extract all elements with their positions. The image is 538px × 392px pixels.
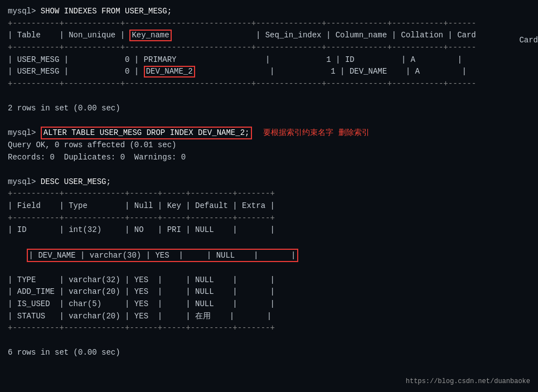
rows-set-1: 2 rows in set (0.00 sec) [8,103,530,115]
url-watermark: https://blog.csdn.net/duanbaoke [406,378,530,385]
desc-row-type: | TYPE | varchar(32) | YES | | NULL | | [8,274,530,287]
data-row-2: | USER_MESG | 0 | DEV_NAME_2 | 1 | DEV_N… [8,66,530,78]
blank-3 [8,164,530,176]
header-row: | Table | Non_unique | Key_name | Seq_in… [8,30,530,42]
card-label: Card [519,36,538,45]
sep-1: +----------+------------+---------------… [8,18,530,30]
annotation-text: 要根据索引约束名字 删除索引 [263,127,369,139]
records-line: Records: 0 Duplicates: 0 Warnings: 0 [8,152,530,164]
query-ok-line: Query OK, 0 rows affected (0.01 sec) [8,139,530,152]
sep-2: +----------+------------+---------------… [8,42,530,54]
desc-header: | Field | Type | Null | Key | Default | … [8,200,530,212]
data-row-1: | USER_MESG | 0 | PRIMARY | 1 | ID | A | [8,54,530,66]
line-1: mysql> SHOW INDEXES FROM USER_MESG; [8,6,530,18]
blank-2 [8,114,530,127]
desc-row-status: | STATUS | varchar(20) | YES | | 在用 | | [8,311,530,323]
sep-3: +----------+------------+---------------… [8,78,530,90]
terminal-window: mysql> SHOW INDEXES FROM USER_MESG; +---… [0,0,538,392]
desc-row-addtime: | ADD_TIME | varchar(20) | YES | | NULL … [8,286,530,298]
rows-set-2: 6 rows in set (0.00 sec) [8,347,530,359]
desc-row-isused: | IS_USED | char(5) | YES | | NULL | | [8,298,530,311]
sep-5: +----------+-------------+------+-----+-… [8,212,530,225]
alter-cmd-line: mysql> ALTER TABLE USER_MESG DROP INDEX … [8,127,530,140]
blank-1 [8,90,530,103]
sep-6: +----------+-------------+------+-----+-… [8,322,530,335]
desc-row-id: | ID | int(32) | NO | PRI | NULL | | [8,224,530,236]
blank-4 [8,335,530,347]
sep-4: +----------+-------------+------+-----+-… [8,188,530,200]
desc-cmd-line: mysql> DESC USER_MESG; [8,176,530,188]
desc-row-devname: | DEV_NAME | varchar(30) | YES | | NULL … [8,236,530,274]
